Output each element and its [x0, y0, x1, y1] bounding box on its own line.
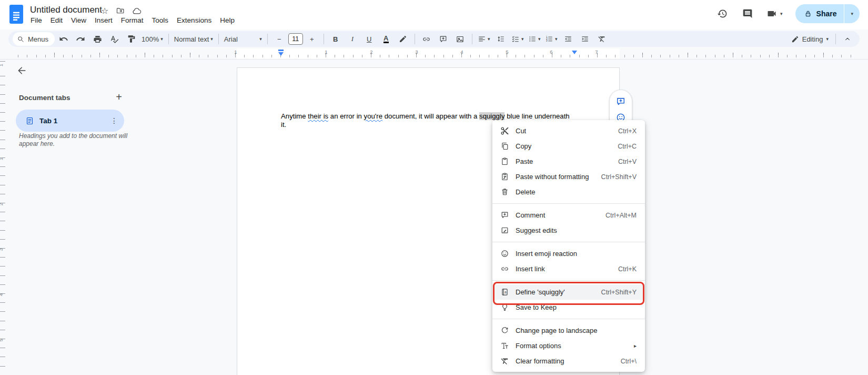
ruler-number: 4: [0, 293, 4, 296]
clear-formatting-button[interactable]: [594, 33, 610, 45]
font-size-input[interactable]: 11: [288, 33, 303, 45]
increase-indent-button[interactable]: [577, 33, 593, 45]
vertical-ruler[interactable]: [0, 61, 5, 375]
redo-button[interactable]: [73, 33, 88, 45]
print-button[interactable]: [89, 33, 105, 45]
hide-menus-button[interactable]: [840, 33, 855, 45]
underline-button[interactable]: U: [361, 33, 377, 45]
menu-item-format-options[interactable]: Format options ▸: [492, 338, 645, 353]
toolbar-divider: [472, 34, 472, 44]
menu-divider: [492, 280, 645, 281]
version-history-icon[interactable]: [716, 7, 729, 20]
google-docs-window: { "header": { "doc_title": "Untitled doc…: [0, 0, 868, 375]
menu-extensions[interactable]: Extensions: [173, 15, 216, 25]
suggest-edits-icon: [500, 226, 509, 235]
share-button[interactable]: Share ▾: [795, 4, 860, 23]
selected-word[interactable]: squiggly: [479, 112, 504, 120]
menu-insert[interactable]: Insert: [90, 15, 117, 25]
decrease-indent-button[interactable]: [560, 33, 576, 45]
menu-item-insert-emoji-reaction[interactable]: Insert emoji reaction: [492, 246, 645, 261]
menu-item-comment[interactable]: Comment Ctrl+Alt+M: [492, 208, 645, 223]
menu-item-copy[interactable]: Copy Ctrl+C: [492, 139, 645, 154]
left-indent-marker[interactable]: [278, 52, 284, 56]
share-dropdown-icon[interactable]: ▾: [844, 12, 860, 16]
pencil-icon: [791, 35, 799, 43]
bulleted-list-button[interactable]: ▾: [527, 33, 542, 45]
move-folder-icon[interactable]: [116, 6, 125, 15]
add-tab-button[interactable]: +: [113, 91, 125, 103]
menu-item-paste-without-formatting[interactable]: Paste without formatting Ctrl+Shift+V: [492, 169, 645, 184]
menu-help[interactable]: Help: [216, 15, 239, 25]
menu-item-paste[interactable]: Paste Ctrl+V: [492, 154, 645, 169]
text-color-button[interactable]: A: [378, 33, 394, 45]
lock-icon: [804, 9, 812, 18]
ruler-number: 1: [234, 49, 237, 55]
decrease-font-size-button[interactable]: −: [271, 33, 287, 45]
spelling-error-text[interactable]: you're: [364, 112, 383, 120]
chevron-down-icon: ▾: [521, 37, 524, 42]
menu-tools[interactable]: Tools: [148, 15, 173, 25]
paragraph-style-select[interactable]: Normal text▾: [173, 33, 215, 45]
menu-item-delete[interactable]: Delete: [492, 184, 645, 200]
menu-item-change-page-to-landscape[interactable]: Change page to landscape: [492, 323, 645, 338]
menu-item-label: Comment: [516, 211, 599, 219]
chevron-down-icon: ▾: [210, 37, 213, 42]
ruler-bottom-border: [0, 59, 868, 60]
search-menus-button[interactable]: Menus: [13, 32, 55, 46]
chevron-down-icon[interactable]: ▾: [780, 12, 783, 16]
ruler-number: 6: [550, 49, 552, 55]
search-menus-label: Menus: [28, 35, 48, 43]
cloud-status-icon[interactable]: [132, 6, 142, 16]
menu-item-define-squiggly[interactable]: a Define 'squiggly' Ctrl+Shift+Y: [492, 284, 645, 300]
checklist-button[interactable]: ▾: [510, 33, 526, 45]
numbered-list-button[interactable]: 123▾: [543, 33, 559, 45]
toolbar-divider: [835, 34, 836, 44]
menu-format[interactable]: Format: [117, 15, 148, 25]
text-color-glyph: A: [383, 35, 388, 43]
line-spacing-button[interactable]: [493, 33, 509, 45]
spelling-error-text[interactable]: their is: [308, 112, 328, 120]
paint-format-button[interactable]: [123, 33, 139, 45]
editing-mode-select[interactable]: Editing ▾: [788, 35, 832, 43]
first-line-indent-marker[interactable]: [278, 50, 284, 51]
font-family-select[interactable]: Arial▾: [223, 33, 264, 45]
increase-font-size-button[interactable]: +: [304, 33, 320, 45]
back-arrow-button[interactable]: [17, 65, 27, 76]
menu-item-clear-formatting[interactable]: Clear formatting Ctrl+\: [492, 353, 645, 369]
align-button[interactable]: ▾: [476, 33, 492, 45]
add-comment-button[interactable]: [615, 96, 626, 107]
comments-icon[interactable]: [741, 7, 754, 20]
menu-item-shortcut: Ctrl+Alt+M: [605, 212, 637, 219]
star-icon[interactable]: ☆: [101, 6, 108, 16]
menu-item-save-to-keep[interactable]: Save to Keep: [492, 300, 645, 315]
tab-options-icon[interactable]: ⋮: [110, 116, 118, 125]
menu-item-label: Insert link: [516, 265, 612, 273]
ruler-number: 1: [325, 49, 327, 55]
menu-edit[interactable]: Edit: [46, 15, 67, 25]
zoom-select[interactable]: 100%▾: [140, 33, 165, 45]
bold-button[interactable]: B: [328, 33, 344, 45]
ruler-number: 5: [506, 49, 508, 55]
search-icon: [17, 35, 25, 43]
insert-image-button[interactable]: [452, 33, 468, 45]
menu-view[interactable]: View: [67, 15, 90, 25]
right-indent-marker[interactable]: [572, 51, 577, 54]
italic-button[interactable]: I: [345, 33, 360, 45]
menu-item-insert-link[interactable]: Insert link Ctrl+K: [492, 261, 645, 277]
insert-comment-button[interactable]: [436, 33, 451, 45]
clipboard-paste-plain-icon: [500, 172, 509, 182]
menu-file[interactable]: File: [26, 15, 46, 25]
insert-link-button[interactable]: [419, 33, 435, 45]
highlight-color-button[interactable]: [395, 33, 411, 45]
docs-logo[interactable]: [9, 4, 24, 26]
meet-button[interactable]: ▾: [766, 8, 783, 19]
spellcheck-button[interactable]: [106, 33, 122, 45]
undo-button[interactable]: [56, 33, 72, 45]
menu-item-cut[interactable]: Cut Ctrl+X: [492, 123, 645, 139]
document-title[interactable]: Untitled document: [30, 5, 102, 15]
menu-item-label: Copy: [516, 142, 611, 150]
sidebar-tab-1[interactable]: Tab 1 ⋮: [16, 110, 124, 132]
menu-item-suggest-edits[interactable]: Suggest edits: [492, 223, 645, 238]
text-run: Anytime: [281, 112, 308, 120]
ruler-minor-ticks: [9, 55, 860, 57]
